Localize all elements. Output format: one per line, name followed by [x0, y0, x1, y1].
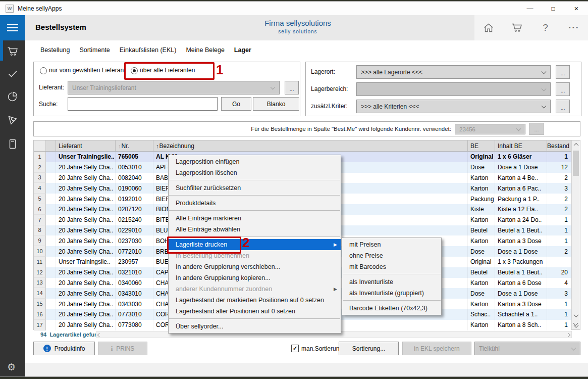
row-marker-cell[interactable] — [46, 309, 56, 320]
lagerort-more-button[interactable]: ... — [556, 65, 570, 79]
row-marker-cell[interactable] — [46, 194, 56, 204]
menu-item-lagerposition-einfuegen[interactable]: Lagerposition einfügen — [169, 156, 341, 167]
kundennr-more-button[interactable]: ... — [529, 123, 544, 135]
prins-button[interactable]: i PRiNS — [98, 342, 147, 355]
submenu-item-inventurliste[interactable]: als Inventurliste — [342, 276, 441, 288]
sidebar-item-statistics[interactable] — [7, 90, 19, 103]
close-button[interactable]: × — [565, 2, 588, 15]
col-header-inhalt-be[interactable]: Inhalt BE — [495, 140, 547, 151]
order-info-bar: Für die Bestellmenge in Spalte "Best.Me"… — [33, 121, 580, 136]
row-marker-cell[interactable] — [46, 288, 56, 299]
lagerort-select[interactable]: >>> alle Lagerorte <<< — [356, 65, 551, 79]
row-marker-cell[interactable] — [46, 215, 56, 225]
radio-single-supplier[interactable] — [40, 67, 47, 74]
tab-lager[interactable]: Lager — [234, 46, 251, 54]
col-header-lieferant[interactable]: Lieferant — [56, 140, 116, 151]
lagerbereich-more-button[interactable]: ... — [556, 82, 570, 96]
minimize-button[interactable]: — — [518, 2, 542, 15]
tab-meine-belege[interactable]: Meine Belege — [186, 46, 224, 54]
sidebar-item-cart[interactable] — [7, 45, 19, 58]
scroll-up-button[interactable] — [572, 140, 580, 149]
submenu-item-mit-barcodes[interactable]: mit Barcodes — [342, 261, 441, 272]
tab-sortimente[interactable]: Sortimente — [79, 46, 110, 54]
kriterien-select[interactable]: >>> alle Kriterien <<< — [356, 100, 551, 113]
row-marker-cell[interactable] — [46, 299, 56, 309]
cart-button[interactable] — [510, 21, 523, 34]
shopping-cart-icon — [7, 45, 19, 58]
sidebar-item-catalog[interactable] — [7, 138, 19, 150]
settings-gear-icon[interactable]: ⚙ — [7, 362, 16, 372]
submenu-item-ohne-preise[interactable]: ohne Preise — [342, 250, 441, 261]
row-marker-cell[interactable] — [46, 225, 56, 236]
submenu-item-barcode-etiketten[interactable]: Barcode Etiketten (70x42,3) — [342, 303, 441, 314]
lieferant-more-button[interactable]: ... — [285, 81, 299, 94]
sidebar-item-check[interactable] — [7, 68, 19, 80]
menu-item-suchfilter-zuruecksetzen[interactable]: Suchfilter zurücksetzen — [169, 182, 341, 194]
scrollbar-thumb[interactable] — [573, 151, 579, 176]
produktinfo-button[interactable]: ! Produktinfo — [33, 342, 95, 355]
row-marker-cell[interactable] — [46, 152, 56, 162]
row-marker-cell[interactable] — [46, 320, 56, 330]
go-button[interactable]: Go — [221, 97, 251, 111]
submenu-item-inventurliste-gruppiert[interactable]: als Inventurliste (gruppiert) — [342, 288, 441, 299]
menu-item-alle-abwaehlen[interactable]: Alle Einträge abwählen — [169, 224, 341, 235]
cell-be: Packung — [468, 194, 495, 204]
row-marker-cell[interactable] — [46, 235, 56, 246]
menu-item-produktdetails[interactable]: Produktdetails — [169, 198, 341, 209]
cell-be: Kiste — [468, 204, 495, 215]
submenu-item-mit-preisen[interactable]: mit Preisen — [342, 239, 441, 250]
menu-button[interactable] — [0, 15, 25, 40]
kriterien-more-button[interactable]: ... — [556, 100, 570, 113]
row-marker-cell[interactable] — [46, 183, 56, 194]
maximize-button[interactable]: □ — [542, 2, 565, 15]
scroll-page-down-button[interactable] — [572, 320, 580, 329]
menu-item-lagerbestand-alle-0[interactable]: Lagerbestand aller Positionen auf 0 setz… — [169, 306, 341, 317]
tielkuehl-select[interactable]: Tielkühl — [474, 342, 580, 355]
vertical-scrollbar[interactable] — [571, 140, 580, 329]
menu-item-lagerbestand-markierte-0[interactable]: Lagerbestand der markierten Positionen a… — [169, 295, 341, 306]
col-header-be[interactable]: BE — [468, 140, 495, 151]
menu-item-alle-markieren[interactable]: Alle Einträge markieren — [169, 213, 341, 224]
col-header-bestand[interactable]: Bestand — [547, 140, 571, 151]
sidebar-item-pizza[interactable] — [7, 114, 19, 126]
row-marker-cell[interactable] — [46, 267, 56, 278]
cell-nr: 230957 — [116, 257, 153, 267]
menu-item-gruppierung-kopieren[interactable]: In andere Gruppierung kopieren... — [169, 272, 341, 283]
sortierung-button[interactable]: Sortierung... — [339, 342, 399, 355]
tab-einkaufslisten[interactable]: Einkaufslisten (EKL) — [120, 46, 177, 54]
col-header-bezeichnung[interactable]: ↑Bezeichnung — [153, 140, 468, 151]
lieferant-select[interactable]: Unser Trainingslieferant — [68, 81, 280, 94]
row-marker-cell[interactable] — [46, 246, 56, 257]
menu-item-lagerposition-loeschen[interactable]: Lagerposition löschen — [169, 167, 341, 178]
col-header-nr[interactable]: ↑Nr. — [116, 140, 153, 151]
cell-bestand: 3 — [547, 288, 571, 299]
lagerbereich-select[interactable] — [356, 82, 551, 96]
menu-item-kundennummer-zuordnen[interactable]: anderer Kundennummer zuordnen ▶ — [169, 283, 341, 295]
tab-bestellung[interactable]: Bestellung — [40, 46, 70, 54]
chevron-right-icon[interactable] — [566, 333, 570, 337]
row-marker-cell[interactable] — [46, 204, 56, 215]
col-header-rownum[interactable] — [34, 140, 46, 151]
row-marker-cell[interactable] — [46, 162, 56, 173]
col-header-marker[interactable] — [46, 140, 56, 151]
man-sortierung-checkbox[interactable]: ✓ — [291, 345, 299, 352]
cell-inhalt-be: Karton a 8 Sch.. — [495, 320, 547, 330]
scroll-down-button[interactable] — [572, 311, 580, 320]
row-marker-cell[interactable] — [46, 278, 56, 289]
row-number: 10 — [34, 246, 46, 257]
home-button[interactable] — [482, 21, 495, 34]
more-options-button[interactable]: ··· — [567, 21, 580, 34]
help-button[interactable]: ? — [539, 21, 552, 34]
row-marker-cell[interactable] — [46, 173, 56, 183]
row-marker-cell[interactable] — [46, 257, 56, 267]
chevron-down-icon — [542, 103, 547, 108]
menu-item-gruppierung-verschieben[interactable]: In andere Gruppierung verschieben... — [169, 261, 341, 272]
blanko-button[interactable]: Blanko — [253, 97, 299, 111]
search-input[interactable] — [68, 97, 218, 111]
menu-item-ueber-sellyorder[interactable]: Über sellyorder... — [169, 321, 341, 332]
chevron-left-icon[interactable] — [97, 333, 101, 337]
sort-up-icon: ↑ — [118, 143, 121, 149]
cell-lieferant: 20 Jahre Selly Cha.. — [56, 225, 116, 236]
ekl-speichern-button[interactable]: in EKL speichern — [402, 342, 471, 355]
kundennr-select[interactable]: 23456 — [455, 124, 525, 134]
